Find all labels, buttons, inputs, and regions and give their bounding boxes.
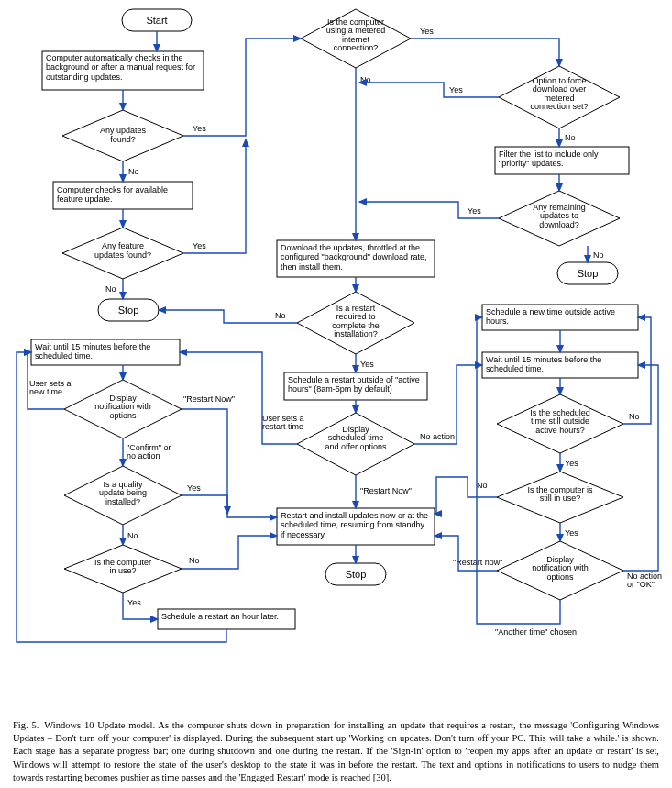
node-download: Download the updates, throttled at the c… [277, 240, 435, 277]
node-inuse-right: Is the computer is still in use? [497, 472, 623, 523]
node-still-outside: Is the scheduled time still outside acti… [497, 394, 623, 453]
svg-text:"Another time" chosen: "Another time" chosen [495, 627, 577, 637]
svg-text:No: No [189, 556, 200, 565]
svg-text:No action: No action [420, 432, 455, 441]
svg-text:Stop: Stop [346, 569, 367, 580]
check-text: Computer automatically checks in the bac… [46, 53, 200, 82]
svg-text:No: No [593, 250, 604, 260]
node-wait15-left: Wait until 15 minutes before the schedul… [31, 339, 180, 365]
svg-text:Yes: Yes [193, 124, 206, 133]
node-inuse-left: Is the computer in use? [64, 545, 182, 593]
node-any-remaining: Any remaining updates to download? [499, 191, 620, 246]
svg-text:Yes: Yes [449, 85, 463, 94]
node-schedule-hour: Schedule a restart an hour later. [158, 609, 295, 629]
svg-text:No: No [128, 167, 139, 176]
svg-text:"Restart now": "Restart now" [453, 558, 502, 567]
svg-text:Yes: Yes [565, 459, 578, 468]
svg-text:No: No [105, 284, 116, 294]
node-schedule-active: Schedule a restart outside of "active ho… [284, 372, 427, 400]
node-filter: Filter the list to include only "priorit… [495, 147, 629, 174]
svg-text:Yes: Yes [468, 206, 481, 216]
svg-text:No: No [275, 311, 286, 320]
svg-text:Yes: Yes [187, 483, 201, 493]
svg-text:Stop: Stop [578, 268, 599, 279]
svg-text:Yes: Yes [360, 360, 374, 369]
node-schedule-new: Schedule a new time outside active hours… [482, 305, 638, 330]
node-display-sched: Display scheduled time and offer options [297, 413, 414, 475]
figure-caption: Fig. 5.Windows 10 Update model. As the c… [0, 716, 672, 788]
node-any-updates: Any updates found? [62, 110, 183, 161]
node-feature-check: Computer checks for available feature up… [53, 182, 193, 209]
node-stop1: Stop [98, 299, 159, 321]
svg-text:"Restart Now": "Restart Now" [360, 486, 412, 495]
node-metered: Is the computer using a metered internet… [301, 9, 411, 68]
caption-prefix: Fig. 5. [13, 720, 44, 730]
svg-text:No: No [629, 412, 640, 421]
node-any-feature: Any feature updates found? [62, 228, 183, 279]
caption-body: Windows 10 Update model. As the computer… [13, 720, 659, 782]
node-restart-install: Restart and install updates now or at th… [277, 508, 435, 545]
flowchart: Start Computer automatically checks in t… [0, 0, 672, 716]
svg-text:No: No [565, 133, 576, 142]
node-quality: Is a quality update being installed? [64, 466, 182, 525]
svg-text:No: No [127, 531, 138, 540]
node-restart-req: Is a restart required to complete the in… [297, 292, 414, 354]
svg-text:Stop: Stop [118, 305, 139, 316]
svg-text:Yes: Yes [420, 27, 434, 36]
node-wait15-right: Wait until 15 minutes before the schedul… [482, 352, 638, 378]
node-start: Start [122, 9, 192, 31]
node-notif-left: Display notification with options [64, 380, 182, 438]
svg-text:Yes: Yes [193, 241, 206, 250]
svg-text:No: No [477, 481, 488, 490]
start-label: Start [146, 15, 167, 26]
node-stop3: Stop [325, 563, 386, 585]
node-force-option: Option to force download over metered co… [499, 66, 620, 128]
node-notif-right: Display notification with options [497, 541, 623, 600]
svg-text:"Restart Now": "Restart Now" [183, 394, 235, 404]
node-stop2: Stop [557, 262, 618, 284]
svg-text:Yes: Yes [127, 598, 141, 607]
svg-text:Yes: Yes [565, 528, 578, 538]
node-check: Computer automatically checks in the bac… [42, 51, 204, 90]
